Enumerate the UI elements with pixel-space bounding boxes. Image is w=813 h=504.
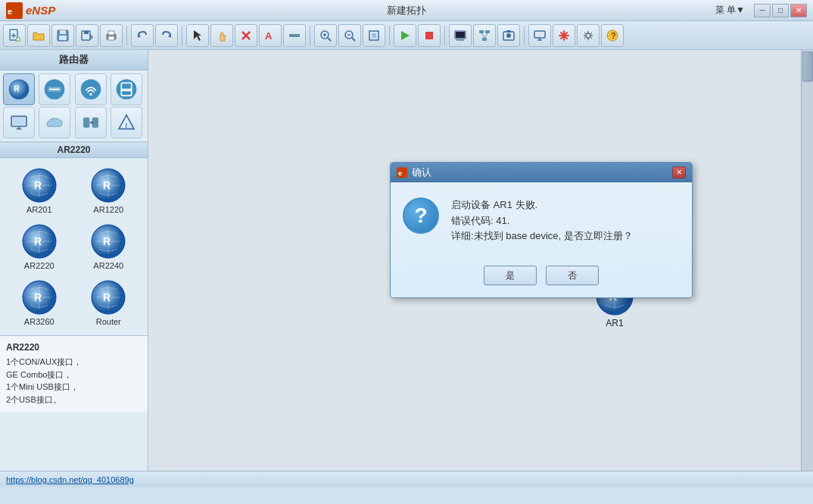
canvas-area[interactable]: R AR1 e 确认 ✕: [148, 50, 813, 471]
toolbar-sep4: [389, 26, 390, 45]
toolbar-help[interactable]: ?: [601, 24, 624, 47]
toolbar-open-folder[interactable]: [27, 24, 50, 47]
dialog-body: ? 启动设备 AR1 失败. 错误代码: 41. 详细:未找到 base dev…: [391, 182, 692, 260]
svg-text:?: ?: [611, 31, 616, 40]
dialog-yes-button[interactable]: 是: [484, 266, 537, 285]
sidebar-icon-nat[interactable]: [75, 107, 107, 138]
svg-rect-45: [534, 31, 545, 38]
device-item-ar201[interactable]: R AR201: [6, 164, 73, 217]
svg-text:R: R: [14, 85, 20, 93]
toolbar-sep3: [310, 26, 310, 45]
svg-rect-37: [479, 30, 484, 33]
sidebar: 路由器 R: [0, 50, 148, 471]
device-label-ar201: AR201: [26, 205, 52, 214]
device-label-ar2240: AR2240: [93, 261, 123, 270]
toolbar-pc[interactable]: [528, 24, 551, 47]
dialog-titlebar: e 确认 ✕: [391, 163, 692, 182]
toolbar-sep1: [126, 26, 127, 45]
dialog-close-button[interactable]: ✕: [672, 166, 686, 179]
device-label-router: Router: [96, 317, 121, 326]
device-item-ar2240[interactable]: R AR2240: [76, 220, 142, 273]
status-bar: https://blog.csdn.net/qq_4010689g: [0, 471, 813, 487]
toolbar-run[interactable]: [394, 24, 416, 47]
dialog-message-line1: 启动设备 AR1 失败.: [451, 198, 680, 213]
toolbar-huawei[interactable]: [553, 24, 575, 47]
svg-text:!: !: [125, 122, 127, 129]
toolbar-select[interactable]: [186, 24, 209, 47]
toolbar-sep2: [182, 26, 182, 45]
toolbar-delete[interactable]: [235, 24, 257, 47]
toolbar-stop[interactable]: [418, 24, 441, 47]
svg-rect-65: [83, 117, 89, 127]
device-label-ar3260: AR3260: [24, 317, 55, 326]
toolbar-saveas[interactable]: [76, 24, 98, 47]
app-name: eNSP: [26, 4, 55, 17]
svg-point-43: [506, 33, 511, 38]
toolbar-topology[interactable]: [473, 24, 496, 47]
device-item-router[interactable]: R Router: [76, 276, 142, 329]
svg-text:A: A: [265, 30, 273, 42]
device-item-ar1220[interactable]: R AR1220: [76, 164, 142, 217]
sidebar-icon-switch[interactable]: [39, 73, 70, 105]
svg-marker-18: [194, 30, 201, 41]
toolbar-save[interactable]: [51, 24, 74, 47]
toolbar-print[interactable]: [100, 24, 123, 47]
dialog-message-line2: 错误代码: 41.: [451, 213, 680, 229]
app-logo: e eNSP: [6, 2, 55, 19]
restore-button[interactable]: □: [772, 4, 789, 17]
svg-rect-39: [482, 38, 487, 41]
toolbar-settings[interactable]: [577, 24, 600, 47]
toolbar-capture[interactable]: [497, 24, 520, 47]
svg-rect-44: [506, 30, 511, 33]
svg-rect-9: [60, 30, 66, 34]
toolbar-hand[interactable]: [210, 24, 233, 47]
device-label-ar1220: AR1220: [93, 205, 123, 214]
toolbar-console[interactable]: [449, 24, 472, 47]
device-list: R AR201 R AR1220: [0, 158, 148, 335]
sidebar-icon-cloud[interactable]: [39, 107, 70, 138]
sidebar-icon-pc[interactable]: [3, 107, 35, 138]
device-item-ar2220[interactable]: R AR2220: [6, 220, 73, 273]
dialog-overlay: e 确认 ✕ ? 启动设备 AR1 失败. 错误代码: 41. 详细:未找到 b…: [148, 50, 813, 471]
sidebar-icon-wireless[interactable]: [75, 73, 107, 105]
svg-text:e: e: [8, 7, 12, 16]
toolbar-sep6: [524, 26, 525, 45]
sidebar-icon-router[interactable]: R: [3, 73, 35, 105]
main-layout: 路由器 R: [0, 50, 813, 471]
title-bar: e eNSP 新建拓扑 菜 单▼ ─ □ ✕: [0, 0, 813, 21]
sidebar-category: AR2220: [0, 142, 148, 158]
dialog-buttons: 是 否: [391, 260, 692, 297]
minimize-button[interactable]: ─: [754, 4, 771, 17]
toolbar-undo[interactable]: [131, 24, 154, 47]
toolbar-zoomout[interactable]: [338, 24, 361, 47]
info-panel-text: 1个CON/AUX接口， GE Combo接口， 1个Mini USB接口， 2…: [6, 356, 142, 406]
sidebar-icon-other[interactable]: !: [111, 107, 142, 138]
close-button[interactable]: ✕: [790, 4, 807, 17]
svg-text:e: e: [398, 170, 402, 177]
svg-rect-12: [84, 31, 89, 34]
menu-label[interactable]: 菜 单▼: [712, 4, 748, 17]
svg-rect-35: [456, 32, 465, 38]
svg-rect-33: [425, 32, 433, 39]
sidebar-title: 路由器: [0, 50, 148, 70]
dialog-message: 启动设备 AR1 失败. 错误代码: 41. 详细:未找到 base devic…: [451, 198, 680, 244]
sidebar-icon-security[interactable]: [111, 73, 142, 105]
svg-rect-62: [13, 117, 26, 125]
toolbar-new[interactable]: [3, 24, 26, 47]
toolbar-line[interactable]: [283, 24, 306, 47]
svg-rect-15: [108, 36, 114, 40]
toolbar-redo[interactable]: [155, 24, 178, 47]
toolbar-zoomin[interactable]: [314, 24, 337, 47]
toolbar-addtext[interactable]: A: [259, 24, 282, 47]
status-url: https://blog.csdn.net/qq_4010689g: [6, 475, 134, 484]
device-item-ar3260[interactable]: R AR3260: [6, 276, 73, 329]
dialog-message-line3: 详细:未找到 base device, 是否立即注册？: [451, 229, 680, 244]
device-type-grid: R !: [0, 70, 148, 142]
device-label-ar2220: AR2220: [24, 261, 55, 270]
dialog-no-button[interactable]: 否: [546, 266, 599, 285]
svg-line-41: [484, 33, 487, 38]
window-title: 新建拓扑: [387, 4, 426, 17]
svg-line-40: [481, 33, 484, 38]
toolbar-fit[interactable]: [363, 24, 385, 47]
svg-line-28: [352, 38, 355, 41]
